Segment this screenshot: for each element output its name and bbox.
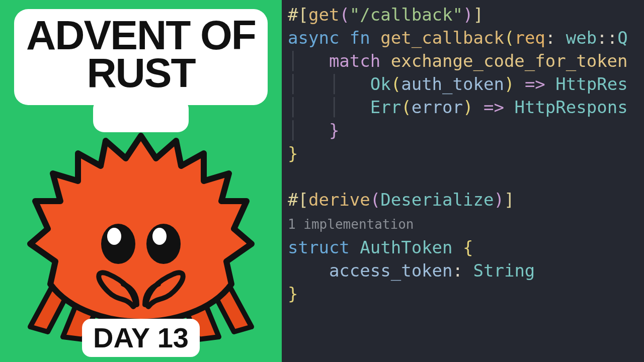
paren: ( bbox=[339, 5, 349, 25]
field: access_token bbox=[329, 260, 453, 281]
attr-bracket: #[ bbox=[288, 5, 308, 25]
type: Q bbox=[617, 28, 627, 48]
paren: ) bbox=[463, 97, 473, 117]
type: HttpRespons bbox=[514, 97, 627, 117]
kw-async: async bbox=[288, 28, 339, 48]
title-line-2: RUST bbox=[26, 54, 256, 92]
title-card: ADVENT OF RUST bbox=[14, 9, 268, 105]
code-panel: #[get("/callback")] async fn get_callbac… bbox=[282, 0, 644, 362]
attr-name: derive bbox=[308, 190, 370, 210]
var: auth_token bbox=[401, 74, 504, 94]
paren: ( bbox=[391, 74, 401, 94]
attr-bracket: #[ bbox=[288, 190, 308, 210]
svg-point-3 bbox=[152, 228, 167, 245]
type-name: AuthToken bbox=[360, 237, 452, 257]
paren: ) bbox=[504, 74, 514, 94]
type: HttpRes bbox=[555, 74, 627, 94]
paren: ( bbox=[401, 97, 411, 117]
attr-bracket: ] bbox=[504, 190, 514, 210]
type: String bbox=[473, 260, 535, 281]
paren: ) bbox=[463, 5, 473, 25]
type-path: web bbox=[566, 28, 597, 48]
var: error bbox=[412, 97, 463, 117]
paren: ) bbox=[494, 190, 504, 210]
kw-struct: struct bbox=[288, 237, 350, 257]
sep: :: bbox=[597, 28, 617, 48]
ferris-icon bbox=[20, 131, 262, 342]
trait: Deserialize bbox=[380, 190, 494, 210]
fn-name: get_callback bbox=[380, 28, 504, 48]
paren: ( bbox=[370, 190, 380, 210]
title-line-1: ADVENT OF bbox=[26, 16, 256, 54]
day-text: DAY 13 bbox=[93, 324, 189, 352]
brace-open: { bbox=[463, 237, 473, 257]
colon: : bbox=[545, 28, 555, 48]
string-literal: "/callback" bbox=[350, 5, 463, 25]
brace-close: } bbox=[288, 284, 298, 304]
fat-arrow: => bbox=[525, 74, 545, 94]
kw-fn: fn bbox=[350, 28, 370, 48]
brace-close: } bbox=[288, 143, 298, 163]
codelens-hint: 1 implementation bbox=[288, 217, 414, 232]
enum-err: Err bbox=[370, 97, 401, 117]
brace-close: } bbox=[329, 120, 339, 140]
param: req bbox=[514, 28, 545, 48]
colon: : bbox=[453, 260, 463, 281]
day-badge: DAY 13 bbox=[82, 319, 200, 357]
svg-point-2 bbox=[107, 228, 121, 245]
attr-bracket: ] bbox=[473, 5, 484, 25]
code-block: #[get("/callback")] async fn get_callbac… bbox=[288, 3, 644, 305]
fn-call: exchange_code_for_token bbox=[391, 51, 628, 71]
enum-ok: Ok bbox=[370, 74, 391, 94]
attr-name: get bbox=[308, 5, 339, 25]
paren: ( bbox=[504, 28, 514, 48]
thumbnail-left-panel: ADVENT OF RUST bbox=[0, 0, 282, 362]
kw-match: match bbox=[329, 51, 380, 71]
fat-arrow: => bbox=[484, 97, 504, 117]
